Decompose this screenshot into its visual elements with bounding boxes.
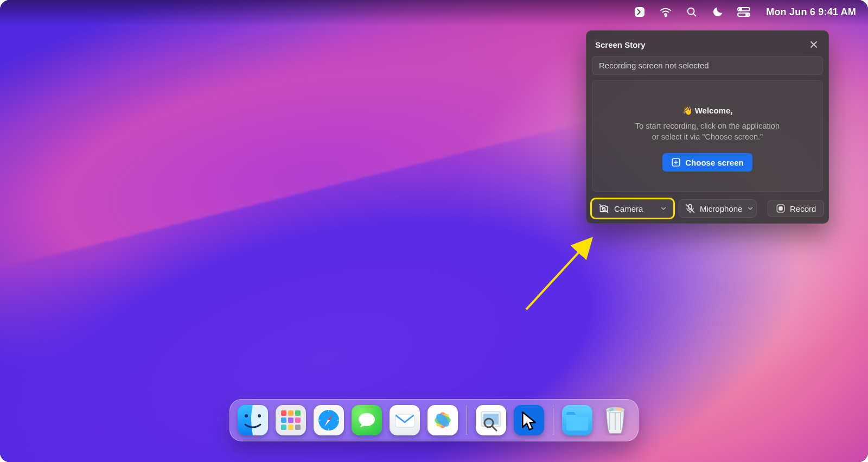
dock [229,399,639,441]
chevron-down-icon [746,205,754,212]
svg-rect-23 [288,425,293,430]
svg-rect-24 [295,425,301,430]
svg-rect-18 [295,410,301,416]
dock-app-messages[interactable] [352,405,382,435]
camera-off-icon [598,203,610,214]
dock-app-launchpad[interactable] [276,405,306,435]
svg-point-15 [258,414,261,417]
control-center-icon[interactable] [737,5,751,19]
dock-app-photos[interactable] [427,405,458,435]
svg-rect-19 [281,417,286,423]
svg-point-1 [665,15,667,17]
close-button[interactable] [808,39,820,50]
wave-icon: 👋 [682,106,693,115]
wifi-icon[interactable] [659,5,673,19]
dock-app-mail[interactable] [390,405,420,435]
dock-trash[interactable] [600,405,630,435]
dock-app-preview[interactable] [476,405,506,435]
menubar: Mon Jun 6 9:41 AM [0,2,868,22]
dock-app-safari[interactable] [314,405,344,435]
svg-rect-20 [288,417,293,423]
microphone-dropdown[interactable]: Microphone [679,199,757,218]
record-icon [776,204,786,213]
camera-dropdown[interactable]: Camera [592,199,673,218]
welcome-area: 👋 Welcome, To start recording, click on … [592,80,823,192]
do-not-disturb-icon[interactable] [711,5,725,19]
recording-status-banner: Recording screen not selected [592,56,823,75]
choose-screen-button[interactable]: Choose screen [662,153,752,172]
menubar-clock[interactable]: Mon Jun 6 9:41 AM [766,7,856,18]
svg-point-6 [746,14,748,16]
panel-title: Screen Story [595,40,646,49]
svg-rect-16 [281,410,286,416]
spotlight-icon[interactable] [685,5,699,19]
dock-separator [553,406,553,435]
dock-separator [467,406,467,435]
svg-point-14 [245,414,248,417]
chevron-down-icon [660,205,667,212]
dock-app-finder[interactable] [238,405,268,435]
dock-folder[interactable] [562,405,592,435]
svg-rect-22 [281,425,286,430]
microphone-off-icon [685,203,695,214]
app-menulet-icon[interactable] [633,5,647,19]
svg-point-4 [739,8,742,10]
choose-screen-icon [671,157,681,167]
svg-rect-17 [288,410,293,416]
welcome-heading: 👋 Welcome, [603,106,812,116]
svg-rect-11 [779,207,782,210]
screen-story-panel: Screen Story Recording screen not select… [586,30,829,224]
record-button[interactable]: Record [768,200,824,217]
dock-app-screen-story[interactable] [514,405,544,435]
svg-rect-21 [295,417,301,423]
welcome-hint: To start recording, click on the applica… [634,121,781,142]
